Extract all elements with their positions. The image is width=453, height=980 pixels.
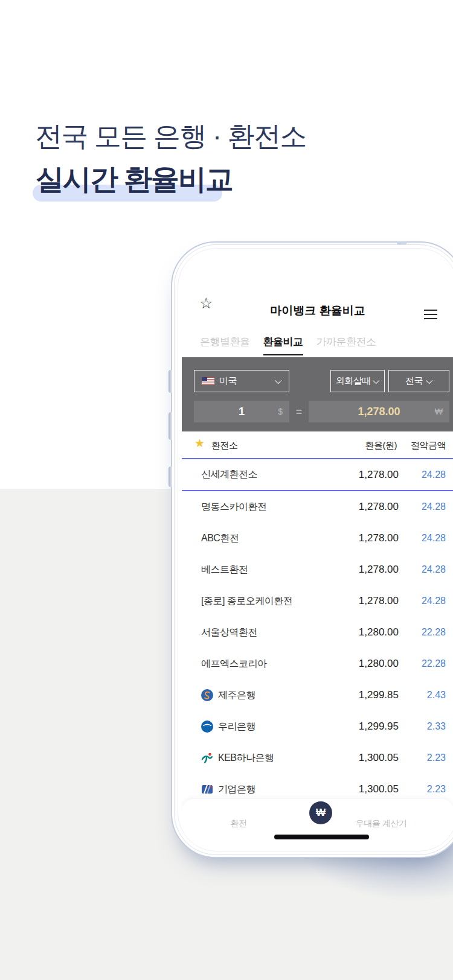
exchange-rate-list: 신세계환전소 1,278.00 24.28 명동스카이환전 1,278.00 2… [182, 459, 453, 805]
shop-name: 베스트환전 [201, 564, 248, 576]
woori-bank-logo [201, 721, 213, 733]
trade-type-value: 외화살때 [336, 375, 371, 387]
table-row[interactable]: 신세계환전소 1,278.00 24.28 [182, 459, 453, 491]
savings-value: 2.43 [427, 690, 446, 701]
savings-value: 24.28 [422, 501, 446, 512]
savings-value: 24.28 [422, 469, 446, 480]
app-screen: ☆ 마이뱅크 환율비교 은행별환율 환율비교 가까운환전소 미국 외화살때 전국 [182, 252, 453, 847]
exchange-rate-value: 1,278.00 [359, 595, 399, 607]
ibk-bank-logo [201, 783, 213, 795]
region-select[interactable]: 전국 [388, 370, 449, 392]
exchange-rate-value: 1,280.00 [359, 658, 399, 670]
nav-item-exchange[interactable]: 환전 [231, 818, 247, 829]
ibk-bank-logo [201, 783, 213, 795]
exchange-rate-value: 1,278.00 [359, 469, 399, 481]
converted-value: 1,278.00 [358, 406, 400, 418]
hero-heading-line1: 전국 모든 은행 · 환전소 [35, 118, 306, 154]
converted-amount-field[interactable]: 1,278.00 ₩ [309, 401, 449, 422]
savings-value: 2.23 [427, 752, 446, 763]
savings-value: 22.28 [422, 627, 446, 638]
keb-hana-bank-logo [201, 752, 213, 764]
exchange-rate-value: 1,278.00 [359, 501, 399, 513]
phone-mockup: ☆ 마이뱅크 환율비교 은행별환율 환율비교 가까운환전소 미국 외화살때 전국 [171, 241, 453, 858]
savings-value: 24.28 [422, 533, 446, 544]
exchange-rate-value: 1,299.95 [359, 721, 399, 733]
amount-value: 1 [239, 406, 245, 418]
exchange-rate-value: 1,278.00 [359, 532, 399, 544]
chevron-down-icon [373, 377, 379, 383]
shop-name: 명동스카이환전 [201, 501, 267, 514]
shop-name: 제주은행 [218, 689, 255, 702]
shop-name: 신세계환전소 [201, 468, 257, 481]
table-row[interactable]: 제주은행 1,299.85 2.43 [182, 679, 453, 711]
exchange-rate-value: 1,280.00 [359, 626, 399, 638]
dollar-symbol: $ [278, 401, 283, 422]
phone-side-button [169, 466, 172, 487]
table-row[interactable]: 에프엑스코리아 1,280.00 22.28 [182, 648, 453, 679]
exchange-rate-value: 1,278.00 [359, 564, 399, 576]
jeju-bank-logo [201, 689, 213, 701]
column-header-savings: 절약금액 [411, 440, 446, 451]
trade-type-select[interactable]: 외화살때 [330, 370, 385, 392]
country-select[interactable]: 미국 [194, 370, 289, 392]
shop-name: KEB하나은행 [218, 752, 274, 765]
shop-name: ABC환전 [201, 532, 239, 545]
table-row[interactable]: 명동스카이환전 1,278.00 24.28 [182, 491, 453, 523]
shop-name: 기업은행 [218, 783, 255, 796]
filter-converter-panel: 미국 외화살때 전국 1 $ = 1,278.00 ₩ [182, 357, 453, 431]
star-filled-icon: ★ [194, 438, 205, 449]
phone-side-button [169, 412, 172, 440]
tab-rate-comparison[interactable]: 환율비교 [263, 335, 303, 355]
table-row[interactable]: 베스트환전 1,278.00 24.28 [182, 554, 453, 585]
region-value: 전국 [405, 375, 423, 387]
hero-heading-line2: 실시간 환율비교 [36, 161, 233, 199]
shop-name: 서울상역환전 [201, 626, 257, 639]
table-row[interactable]: 우리은행 1,299.95 2.33 [182, 711, 453, 742]
savings-value: 2.23 [427, 784, 446, 795]
savings-value: 22.28 [422, 658, 446, 669]
country-select-value: 미국 [219, 375, 237, 387]
column-header-rate: 환율(원) [365, 440, 397, 451]
chevron-down-icon [426, 377, 432, 383]
table-row[interactable]: ABC환전 1,278.00 24.28 [182, 523, 453, 554]
tab-bank-rates[interactable]: 은행별환율 [200, 335, 250, 355]
column-header-shop: 환전소 [211, 440, 238, 451]
savings-value: 24.28 [422, 596, 446, 606]
amount-input[interactable]: 1 $ [194, 401, 289, 422]
bottom-nav-bar: 환전 ₩ 우대율 계산기 [182, 799, 453, 847]
jeju-bank-logo [201, 689, 213, 701]
shop-name: 에프엑스코리아 [201, 658, 267, 670]
tab-bar: 은행별환율 환율비교 가까운환전소 [200, 335, 376, 355]
phone-side-button [169, 370, 172, 393]
savings-value: 24.28 [422, 564, 446, 575]
won-coin-button[interactable]: ₩ [309, 801, 332, 824]
shop-name: [종로] 종로오케이환전 [201, 595, 292, 608]
hamburger-menu-icon[interactable] [424, 310, 437, 322]
table-row[interactable]: KEB하나은행 1,300.05 2.23 [182, 742, 453, 774]
table-row[interactable]: 서울상역환전 1,280.00 22.28 [182, 617, 453, 648]
woori-bank-logo [201, 721, 213, 733]
shop-name: 우리은행 [218, 721, 255, 733]
chevron-down-icon [275, 377, 281, 383]
equals-sign: = [289, 401, 309, 422]
exchange-rate-value: 1,300.05 [359, 752, 399, 764]
won-symbol: ₩ [435, 401, 443, 422]
exchange-rate-value: 1,300.05 [359, 783, 399, 795]
us-flag-icon [202, 377, 214, 385]
app-title: 마이뱅크 환율비교 [182, 303, 453, 319]
table-header: ★ 환전소 환율(원) 절약금액 [182, 433, 453, 457]
tab-nearby-exchange[interactable]: 가까운환전소 [316, 335, 376, 355]
table-row[interactable]: [종로] 종로오케이환전 1,278.00 24.28 [182, 585, 453, 617]
phone-shadow [248, 840, 453, 980]
nav-item-rate-calculator[interactable]: 우대율 계산기 [356, 818, 406, 829]
home-indicator[interactable] [274, 835, 369, 839]
savings-value: 2.33 [427, 721, 446, 732]
phone-antenna-band [397, 241, 406, 244]
exchange-rate-value: 1,299.85 [359, 689, 399, 701]
keb-hana-bank-logo [201, 752, 213, 764]
